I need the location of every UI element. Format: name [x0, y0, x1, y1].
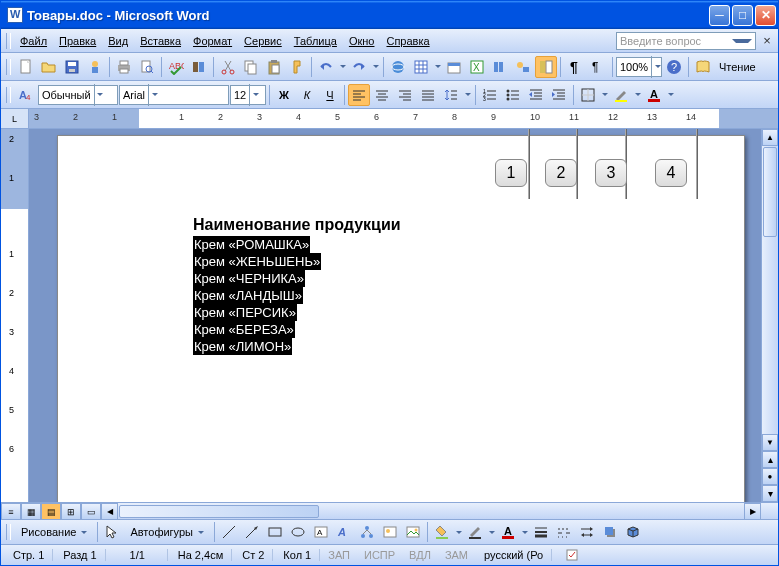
- ruler-corner[interactable]: L: [1, 109, 29, 128]
- close-button[interactable]: ✕: [755, 5, 776, 26]
- select-browse-button[interactable]: ●: [762, 468, 778, 485]
- open-button[interactable]: [38, 56, 60, 78]
- dash-style-button[interactable]: [553, 521, 575, 543]
- font-color-button[interactable]: A: [643, 84, 665, 106]
- wordart-button[interactable]: A: [333, 521, 355, 543]
- scroll-right-button[interactable]: ▶: [744, 503, 761, 519]
- drawing-menu[interactable]: Рисование: [15, 519, 94, 545]
- decrease-indent-button[interactable]: [525, 84, 547, 106]
- status-lang[interactable]: русский (Ро: [476, 549, 552, 561]
- numbering-button[interactable]: 123: [479, 84, 501, 106]
- align-right-button[interactable]: [394, 84, 416, 106]
- arrow-style-button[interactable]: [576, 521, 598, 543]
- show-hide-button[interactable]: ¶: [564, 56, 586, 78]
- print-button[interactable]: [113, 56, 135, 78]
- menu-help[interactable]: Справка: [380, 33, 435, 49]
- hscroll-thumb[interactable]: [119, 505, 319, 518]
- align-left-button[interactable]: [348, 84, 370, 106]
- 3d-button[interactable]: [622, 521, 644, 543]
- print-view-button[interactable]: ▤: [41, 503, 61, 519]
- oval-button[interactable]: [287, 521, 309, 543]
- reading-label[interactable]: Чтение: [715, 61, 760, 73]
- select-objects-button[interactable]: [101, 521, 123, 543]
- paste-button[interactable]: [263, 56, 285, 78]
- selected-text-line[interactable]: Крем «ЧЕРНИКА»: [193, 270, 305, 287]
- permission-button[interactable]: [84, 56, 106, 78]
- grip-icon[interactable]: [6, 59, 11, 75]
- bold-button[interactable]: Ж: [273, 84, 295, 106]
- menu-view[interactable]: Вид: [102, 33, 134, 49]
- doc-heading[interactable]: Наименование продукции: [193, 216, 744, 234]
- line-color-dropdown[interactable]: [487, 521, 496, 543]
- grip-icon[interactable]: [6, 87, 11, 103]
- menu-file[interactable]: Файл: [14, 33, 53, 49]
- underline-button[interactable]: Ч: [319, 84, 341, 106]
- tables-button[interactable]: [410, 56, 432, 78]
- textbox-button[interactable]: A: [310, 521, 332, 543]
- spacing-dropdown[interactable]: [463, 84, 472, 106]
- maximize-button[interactable]: □: [732, 5, 753, 26]
- hyperlink-button[interactable]: [387, 56, 409, 78]
- web-view-button[interactable]: ▦: [21, 503, 41, 519]
- selected-text-line[interactable]: Крем «ПЕРСИК»: [193, 304, 297, 321]
- clipart-button[interactable]: [379, 521, 401, 543]
- spell-status-icon[interactable]: [562, 544, 584, 566]
- format-painter-button[interactable]: [286, 56, 308, 78]
- picture-button[interactable]: [402, 521, 424, 543]
- reading-layout-button[interactable]: [692, 56, 714, 78]
- highlight-dropdown[interactable]: [633, 84, 642, 106]
- borders-dropdown[interactable]: [600, 84, 609, 106]
- vertical-scrollbar[interactable]: ▲ ▼ ▴ ● ▾: [761, 129, 778, 502]
- status-ovr[interactable]: ЗАМ: [439, 549, 474, 561]
- scroll-down-button[interactable]: ▼: [762, 434, 778, 451]
- styles-button[interactable]: A4: [15, 84, 37, 106]
- help-button[interactable]: ?: [663, 56, 685, 78]
- horizontal-ruler[interactable]: L 3211234567891011121314: [1, 109, 778, 129]
- excel-button[interactable]: X: [466, 56, 488, 78]
- italic-button[interactable]: К: [296, 84, 318, 106]
- selected-text-line[interactable]: Крем «РОМАШКА»: [193, 236, 310, 253]
- outline-view-button[interactable]: ⊞: [61, 503, 81, 519]
- rectangle-button[interactable]: [264, 521, 286, 543]
- reading-view-button[interactable]: ▭: [81, 503, 101, 519]
- diagram-button[interactable]: [356, 521, 378, 543]
- grip-icon[interactable]: [6, 524, 11, 540]
- fill-color-button[interactable]: [431, 521, 453, 543]
- scroll-left-button[interactable]: ◀: [101, 503, 118, 519]
- normal-view-button[interactable]: ≡: [1, 503, 21, 519]
- status-rec[interactable]: ЗАП: [322, 549, 356, 561]
- fill-dropdown[interactable]: [454, 521, 463, 543]
- minimize-button[interactable]: ─: [709, 5, 730, 26]
- menu-window[interactable]: Окно: [343, 33, 381, 49]
- line-style-button[interactable]: [530, 521, 552, 543]
- font-combo[interactable]: Arial: [119, 85, 229, 105]
- help-search[interactable]: Введите вопрос: [616, 32, 756, 50]
- font-size-combo[interactable]: 12: [230, 85, 266, 105]
- doc-close-button[interactable]: ×: [758, 32, 776, 50]
- vertical-ruler[interactable]: 21123456: [1, 129, 29, 502]
- redo-button[interactable]: [348, 56, 370, 78]
- redo-dropdown[interactable]: [371, 56, 380, 78]
- shadow-button[interactable]: [599, 521, 621, 543]
- line-color-button[interactable]: [464, 521, 486, 543]
- status-ext[interactable]: ВДЛ: [403, 549, 437, 561]
- save-button[interactable]: [61, 56, 83, 78]
- increase-indent-button[interactable]: [548, 84, 570, 106]
- scroll-up-button[interactable]: ▲: [762, 129, 778, 146]
- undo-button[interactable]: [315, 56, 337, 78]
- menu-table[interactable]: Таблица: [288, 33, 343, 49]
- preview-button[interactable]: [136, 56, 158, 78]
- menu-tools[interactable]: Сервис: [238, 33, 288, 49]
- highlight-button[interactable]: [610, 84, 632, 106]
- scroll-thumb[interactable]: [763, 147, 777, 237]
- columns-button[interactable]: [489, 56, 511, 78]
- grip-icon[interactable]: [6, 33, 11, 49]
- menu-edit[interactable]: Правка: [53, 33, 102, 49]
- cut-button[interactable]: [217, 56, 239, 78]
- justify-button[interactable]: [417, 84, 439, 106]
- bullets-button[interactable]: [502, 84, 524, 106]
- document-canvas[interactable]: Наименование продукции Крем «РОМАШКА»Кре…: [29, 129, 761, 502]
- research-button[interactable]: [188, 56, 210, 78]
- align-center-button[interactable]: [371, 84, 393, 106]
- menu-format[interactable]: Формат: [187, 33, 238, 49]
